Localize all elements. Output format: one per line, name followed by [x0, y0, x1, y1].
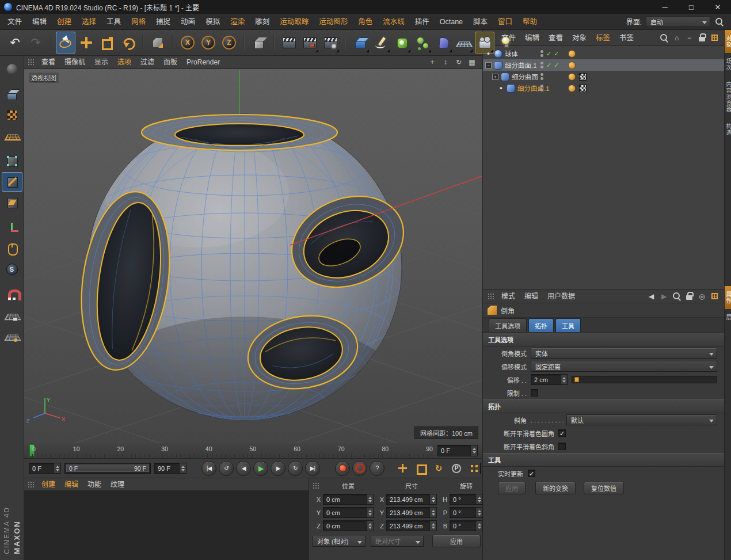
menubar-item[interactable]: 选择: [77, 14, 101, 29]
position-field[interactable]: 0 cm: [323, 520, 374, 531]
jump-end-button[interactable]: ▶|: [305, 461, 320, 476]
loop-button[interactable]: ↻: [288, 461, 303, 476]
size-field[interactable]: 213.499 cm: [386, 494, 437, 505]
forward-icon[interactable]: ▶: [659, 291, 669, 301]
viewport-menu-item[interactable]: 选项: [113, 56, 136, 69]
object-row[interactable]: ● 细分曲面.1: [483, 82, 724, 94]
rotate-view-icon[interactable]: ↻: [454, 58, 463, 67]
viewport-solo-icon[interactable]: [2, 239, 22, 258]
panel-handle-icon[interactable]: [313, 482, 319, 489]
preview-range-slider[interactable]: 0 F 90 F: [64, 463, 151, 474]
size-field[interactable]: 213.499 cm: [386, 520, 437, 531]
dock-tab[interactable]: 对象: [725, 30, 731, 53]
enabled-check-icon[interactable]: [554, 50, 559, 58]
expander-icon[interactable]: ●: [498, 85, 504, 92]
dock-tab[interactable]: 层: [725, 309, 731, 326]
spinner-icon[interactable]: [470, 445, 477, 456]
search-icon[interactable]: [659, 33, 669, 43]
record-rotation-icon[interactable]: ↻: [433, 463, 444, 474]
material-menu-item[interactable]: 创建: [37, 478, 60, 491]
step-back-button[interactable]: ◀: [236, 461, 251, 476]
menubar-item[interactable]: 脚本: [468, 14, 493, 29]
interface-dropdown[interactable]: 启动: [646, 16, 710, 27]
attribute-menu-item[interactable]: 模式: [497, 289, 520, 303]
spinner-icon[interactable]: [475, 521, 482, 531]
step-forward-button[interactable]: ▶: [271, 461, 285, 476]
section-header-tool-options[interactable]: 工具选项: [483, 333, 724, 346]
minus-icon[interactable]: −: [684, 33, 694, 43]
spinner-icon[interactable]: [475, 508, 482, 517]
render-settings-icon[interactable]: [321, 32, 340, 54]
home-icon[interactable]: ⌂: [672, 33, 681, 43]
section-header-topology[interactable]: 拓扑: [483, 399, 724, 413]
object-manager-menu-item[interactable]: 标签: [591, 30, 615, 46]
coordinate-system-icon[interactable]: [249, 32, 269, 54]
search-icon[interactable]: [714, 17, 724, 26]
deformer-icon[interactable]: [433, 32, 453, 54]
spinner-icon[interactable]: [179, 463, 186, 473]
viewport-3d-scene[interactable]: Y X Z: [24, 69, 482, 443]
subdivision-surface-icon[interactable]: [392, 32, 412, 54]
material-menu-item[interactable]: 纹理: [106, 478, 129, 491]
play-button[interactable]: ▶: [253, 461, 268, 476]
record-keyframe-button[interactable]: [335, 461, 350, 476]
object-manager-menu-item[interactable]: 对象: [568, 30, 591, 46]
object-name-label[interactable]: 细分曲面.1: [517, 83, 550, 93]
toggle-views-icon[interactable]: ▦: [467, 58, 477, 67]
object-name-label[interactable]: 细分曲面.1: [505, 60, 537, 70]
object-manager-list[interactable]: ● 球体 − 细分曲面.1: [483, 46, 724, 289]
autokey-button[interactable]: [352, 461, 367, 476]
phong-tag-icon[interactable]: [568, 73, 576, 81]
position-field[interactable]: 0 cm: [323, 507, 374, 518]
make-editable-icon[interactable]: [2, 59, 22, 79]
array-icon[interactable]: [413, 32, 432, 54]
frame-field[interactable]: 0 F: [437, 445, 478, 456]
expander-icon[interactable]: −: [485, 62, 492, 68]
menubar-item[interactable]: 工具: [101, 14, 126, 29]
x-axis-lock-icon[interactable]: X: [178, 32, 197, 54]
size-field[interactable]: 213.499 cm: [386, 507, 437, 518]
spinner-icon[interactable]: [366, 508, 373, 517]
viewport-menu-item[interactable]: 面板: [159, 56, 182, 69]
new-transform-button[interactable]: 新的变换: [535, 482, 576, 494]
menubar-item[interactable]: 捕捉: [151, 14, 176, 29]
edges-mode-icon[interactable]: [2, 172, 22, 192]
spinner-icon[interactable]: [429, 521, 436, 531]
texture-tag-icon[interactable]: [579, 73, 587, 81]
attribute-tab[interactable]: 工具: [555, 318, 581, 332]
z-axis-lock-icon[interactable]: Z: [219, 32, 239, 54]
menubar-item[interactable]: 渲染: [225, 14, 250, 29]
position-field[interactable]: 0 cm: [323, 494, 374, 505]
menubar-item[interactable]: 网格: [126, 14, 151, 29]
lock-icon[interactable]: [684, 291, 694, 301]
viewport-menu-item[interactable]: 查看: [37, 56, 60, 69]
spinner-icon[interactable]: [54, 463, 60, 473]
snap-magnet-icon[interactable]: [2, 285, 22, 304]
object-manager-menu-item[interactable]: 查看: [544, 30, 568, 46]
record-parameter-icon[interactable]: P: [451, 463, 462, 474]
back-icon[interactable]: ◀: [646, 291, 656, 301]
polygons-mode-icon[interactable]: [2, 193, 22, 212]
object-name-label[interactable]: 球体: [505, 49, 518, 58]
end-frame-field[interactable]: 90 F: [154, 463, 186, 474]
miter-dropdown[interactable]: 默认: [566, 414, 717, 425]
menubar-item[interactable]: 模拟: [200, 14, 225, 29]
phong-tag-icon[interactable]: [568, 62, 576, 69]
minimize-button[interactable]: ─: [652, 0, 678, 14]
texture-mode-icon[interactable]: [2, 105, 22, 125]
filter-icon[interactable]: [710, 33, 719, 43]
panel-handle-icon[interactable]: [28, 481, 35, 488]
menubar-item[interactable]: 帮助: [517, 14, 542, 29]
realtime-update-checkbox[interactable]: [528, 470, 535, 477]
offset-mode-dropdown[interactable]: 固定距离: [531, 361, 717, 372]
visibility-dots-icon[interactable]: [540, 61, 544, 69]
current-frame-field[interactable]: 0 F: [29, 463, 61, 474]
section-header-tool[interactable]: 工具: [483, 453, 724, 467]
spline-pen-icon[interactable]: [371, 32, 391, 54]
object-row[interactable]: + 细分曲面: [483, 71, 724, 82]
workplane-mode-icon[interactable]: [2, 126, 22, 146]
viewport-menu-item[interactable]: 显示: [90, 56, 113, 69]
enable-axis-icon[interactable]: [2, 218, 22, 238]
expander-icon[interactable]: ●: [485, 51, 492, 57]
menubar-item[interactable]: 编辑: [27, 14, 52, 29]
